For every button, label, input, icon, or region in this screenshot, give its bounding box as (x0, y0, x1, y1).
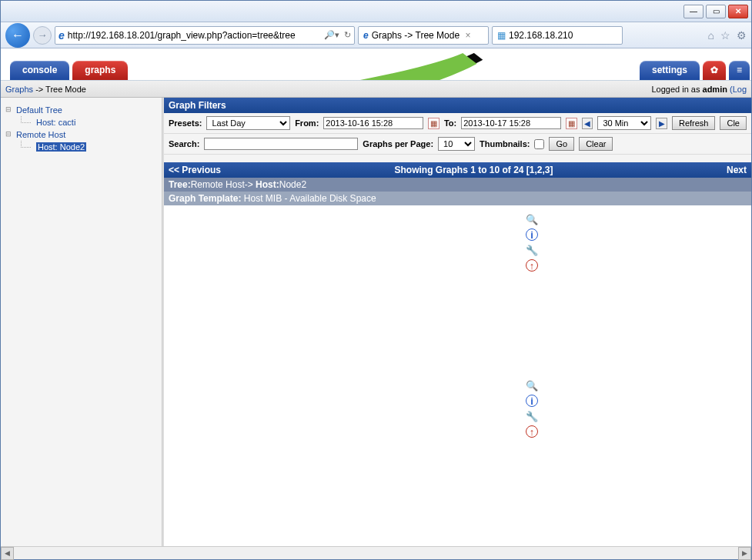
template-row: Graph Template: Host MIB - Available Dis… (164, 192, 751, 205)
address-bar[interactable]: e 🔎▾ ↻ (55, 26, 355, 45)
thumbnails-checkbox[interactable] (534, 139, 544, 149)
to-label: To: (444, 118, 456, 128)
search-input[interactable] (204, 138, 358, 150)
gpp-select[interactable]: 10 (438, 137, 475, 151)
zoom-icon-2[interactable]: 🔍 (526, 379, 538, 392)
tree-remote-host[interactable]: Remote Host (5, 128, 157, 141)
tab-title: Graphs -> Tree Mode (372, 30, 460, 41)
to-calendar-icon[interactable]: ▦ (566, 118, 577, 129)
refresh-button[interactable]: Refresh (672, 116, 716, 130)
tree-host-node2[interactable]: Host: Node2 (5, 141, 157, 153)
tab-console[interactable]: console (10, 61, 69, 80)
breadcrumb-current: Tree Mode (45, 85, 86, 94)
tab-close-icon[interactable]: × (463, 30, 473, 41)
pager-prev-link[interactable]: << Previous (169, 165, 221, 175)
to-input[interactable] (461, 117, 561, 129)
go-button[interactable]: Go (549, 137, 574, 151)
ie-icon: e (58, 29, 65, 42)
search-label: Search: (169, 139, 199, 148)
breadcrumb: Graphs -> Tree Mode Logged in as admin (… (1, 81, 751, 98)
clear-button-1[interactable]: Cle (720, 116, 747, 130)
logout-link[interactable]: (Log (727, 85, 747, 94)
from-label: From: (295, 118, 319, 128)
nav-back-button[interactable]: ← (5, 23, 30, 48)
ie-tab-icon: e (363, 30, 369, 41)
time-shift-left-button[interactable]: ◀ (582, 118, 593, 129)
scroll-left-button[interactable]: ◀ (1, 547, 14, 560)
pager-bar: << Previous Showing Graphs 1 to 10 of 24… (164, 162, 751, 178)
wrench-icon-2[interactable]: 🔧 (526, 410, 538, 422)
pageup-icon[interactable]: ↑ (526, 259, 538, 272)
filter-row-2: Search: Graphs per Page: 10 Thumbnails: … (164, 134, 751, 155)
tab-favicon: ▦ (497, 30, 506, 41)
window-maximize-button[interactable]: ▭ (706, 5, 726, 18)
horizontal-scrollbar[interactable]: ◀ ▶ (1, 546, 751, 559)
tree-host-cacti[interactable]: Host: cacti (5, 116, 157, 128)
gear-icon[interactable]: ⚙ (737, 29, 747, 42)
browser-navbar: ← → e 🔎▾ ↻ e Graphs -> Tree Mode × ▦ 192… (1, 22, 751, 48)
reload-icon[interactable]: ↻ (344, 30, 351, 40)
home-icon[interactable]: ⌂ (708, 29, 714, 42)
app-header: console graphs settings ✿ ≡ (1, 48, 751, 81)
window-minimize-button[interactable]: — (683, 5, 704, 18)
pager-showing: Showing Graphs 1 to 10 of 24 [1,2,3] (394, 165, 553, 175)
breadcrumb-root-link[interactable]: Graphs (5, 85, 33, 94)
breadcrumb-sep: -> (33, 85, 45, 94)
presets-label: Presets: (169, 118, 202, 128)
tree-sidebar: Default Tree Host: cacti Remote Host Hos… (1, 98, 162, 546)
wrench-icon[interactable]: 🔧 (526, 244, 538, 256)
browser-tab-active[interactable]: e Graphs -> Tree Mode × (358, 26, 489, 45)
pager-next-link[interactable]: Next (727, 165, 747, 175)
info-icon-2[interactable]: i (526, 395, 538, 407)
graph-area-1: 🔍 i 🔧 ↑ (164, 205, 751, 279)
from-calendar-icon[interactable]: ▦ (428, 118, 440, 129)
filter-row-1: Presets: Last Day From: ▦ To: ▦ ◀ 30 Min… (164, 113, 751, 134)
clear-button-2[interactable]: Clear (579, 137, 613, 151)
favorites-icon[interactable]: ☆ (720, 29, 730, 42)
search-dropdown-icon[interactable]: 🔎▾ (324, 30, 339, 40)
thumbnails-label: Thumbnails: (480, 139, 530, 148)
presets-select[interactable]: Last Day (206, 116, 290, 130)
span-select[interactable]: 30 Min (597, 116, 651, 130)
from-input[interactable] (323, 117, 423, 129)
nav-forward-button[interactable]: → (33, 26, 52, 45)
scroll-right-button[interactable]: ▶ (738, 547, 751, 560)
graph-area-2: 🔍 i 🔧 ↑ (164, 372, 751, 445)
tab-2-title: 192.168.18.210 (509, 30, 573, 41)
url-input[interactable] (68, 30, 324, 41)
tab-graphs[interactable]: graphs (72, 61, 128, 80)
browser-tab-2[interactable]: ▦ 192.168.18.210 (492, 26, 623, 45)
tab-menu-icon[interactable]: ≡ (729, 61, 750, 80)
time-shift-right-button[interactable]: ▶ (656, 118, 667, 129)
gpp-label: Graphs per Page: (363, 139, 433, 148)
window-titlebar: — ▭ ✕ (1, 1, 751, 22)
info-icon[interactable]: i (526, 228, 538, 241)
login-status: Logged in as admin (Log (651, 85, 747, 94)
context-row: Tree:Remote Host-> Host:Node2 (164, 178, 751, 192)
tree-default-tree[interactable]: Default Tree (5, 104, 157, 116)
tab-settings[interactable]: settings (640, 61, 700, 80)
tab-plugin-icon[interactable]: ✿ (703, 61, 726, 80)
main-panel: Graph Filters Presets: Last Day From: ▦ … (162, 98, 751, 546)
zoom-icon[interactable]: 🔍 (526, 213, 538, 225)
window-close-button[interactable]: ✕ (728, 5, 748, 18)
filters-header: Graph Filters (164, 98, 751, 113)
pageup-icon-2[interactable]: ↑ (526, 425, 538, 438)
